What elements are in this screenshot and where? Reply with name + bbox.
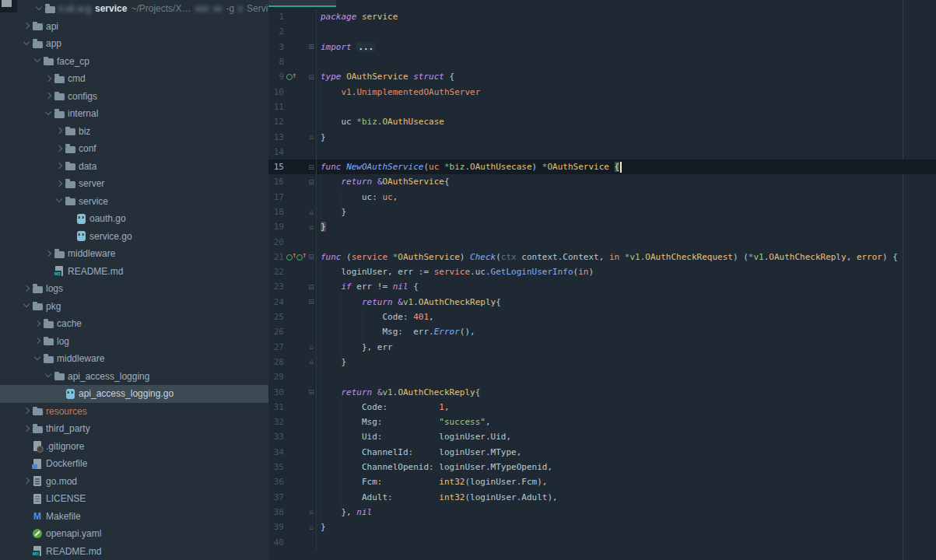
fold-toggle-icon[interactable]: ⊟ bbox=[307, 283, 316, 291]
tree-item-app[interactable]: app bbox=[0, 35, 268, 53]
code-editor[interactable]: 1package service23⊞import ...89⊟type OAu… bbox=[268, 0, 936, 560]
code-text[interactable]: Code: 1, bbox=[316, 400, 936, 415]
code-text[interactable]: Msg: err.Error(), bbox=[316, 324, 936, 339]
code-line-39[interactable]: 39⌂} bbox=[268, 520, 936, 534]
tree-item-third-party[interactable]: third_party bbox=[0, 420, 268, 438]
code-text[interactable]: ChannelOpenid: loginUser.MTypeOpenid, bbox=[316, 460, 936, 474]
tree-item-pkg[interactable]: pkg bbox=[0, 298, 268, 316]
fold-toggle-icon[interactable]: ⊟ bbox=[307, 253, 316, 261]
tree-item-log[interactable]: log bbox=[0, 333, 268, 351]
code-text[interactable]: }, nil bbox=[316, 505, 936, 520]
tree-item-api[interactable]: api bbox=[0, 18, 268, 36]
code-text[interactable]: } bbox=[316, 219, 936, 234]
tree-item-middleware[interactable]: middleware bbox=[0, 245, 268, 263]
code-line-32[interactable]: 32 Msg: "success", bbox=[268, 415, 936, 429]
tree-item-dockerfile[interactable]: Dockerfile bbox=[0, 455, 268, 473]
implements-interface-icon[interactable] bbox=[296, 252, 306, 261]
code-text[interactable]: }, err bbox=[316, 340, 936, 355]
fold-toggle-icon[interactable]: ⊟ bbox=[307, 388, 316, 396]
code-line-20[interactable]: 20 bbox=[268, 234, 936, 249]
code-text[interactable]: v1.UnimplementedOAuthServer bbox=[316, 84, 936, 99]
code-text[interactable] bbox=[316, 534, 936, 549]
tree-item-service-go[interactable]: service.go bbox=[0, 228, 268, 246]
editor-tab-indicator[interactable] bbox=[268, 0, 336, 7]
chevron-right-icon[interactable] bbox=[33, 319, 43, 329]
code-text[interactable] bbox=[316, 145, 936, 159]
chevron-right-icon[interactable] bbox=[33, 336, 43, 346]
tree-item-makefile[interactable]: MMakefile bbox=[0, 508, 268, 526]
code-line-23[interactable]: 23⊟ if err != nil { bbox=[268, 279, 936, 294]
tree-item-conf[interactable]: conf bbox=[0, 140, 268, 158]
code-line-33[interactable]: 33 Uid: loginUser.Uid, bbox=[268, 429, 936, 444]
chevron-right-icon[interactable] bbox=[22, 284, 32, 294]
code-line-1[interactable]: 1package service bbox=[268, 9, 936, 24]
code-line-29[interactable]: 29 bbox=[268, 369, 936, 384]
code-text[interactable]: } bbox=[316, 205, 936, 219]
tree-item-internal[interactable]: internal bbox=[0, 105, 268, 123]
fold-end-icon[interactable]: ⌂ bbox=[307, 343, 316, 351]
code-text[interactable]: } bbox=[316, 355, 936, 369]
tree-item-resources[interactable]: resources bbox=[0, 403, 268, 421]
fold-toggle-icon[interactable]: ⊟ bbox=[307, 298, 316, 306]
code-text[interactable]: func NewOAuthService(uc *biz.OAuthUsecas… bbox=[316, 159, 936, 174]
tree-item-logs[interactable]: logs bbox=[0, 280, 268, 298]
fold-end-icon[interactable]: ⌂ bbox=[307, 523, 316, 531]
chevron-right-icon[interactable] bbox=[22, 424, 32, 434]
fold-toggle-icon[interactable]: ⊟ bbox=[307, 178, 316, 186]
chevron-down-icon[interactable] bbox=[34, 4, 44, 14]
code-line-26[interactable]: 26 Msg: err.Error(), bbox=[268, 324, 936, 339]
code-line-28[interactable]: 28⌂ } bbox=[268, 355, 936, 369]
tree-item-face-cp[interactable]: face_cp bbox=[0, 53, 268, 71]
chevron-right-icon[interactable] bbox=[22, 476, 32, 486]
code-text[interactable]: import ... bbox=[316, 40, 936, 54]
code-line-34[interactable]: 34 ChannelId: loginUser.MType, bbox=[268, 445, 936, 460]
code-line-40[interactable]: 40 bbox=[268, 534, 936, 549]
code-text[interactable]: Fcm: int32(loginUser.Fcm), bbox=[316, 474, 936, 489]
code-line-22[interactable]: 22 loginUser, err := service.uc.GetLogin… bbox=[268, 264, 936, 279]
code-line-15[interactable]: 15⊟func NewOAuthService(uc *biz.OAuthUse… bbox=[268, 159, 936, 174]
code-line-27[interactable]: 27⌂ }, err bbox=[268, 340, 936, 355]
code-text[interactable]: uc: uc, bbox=[316, 190, 936, 205]
code-text[interactable]: type OAuthService struct { bbox=[316, 69, 936, 84]
fold-end-icon[interactable]: ⌂ bbox=[307, 358, 316, 366]
tree-item-cmd[interactable]: cmd bbox=[0, 70, 268, 88]
tree-item-oauth-go[interactable]: oauth.go bbox=[0, 210, 268, 228]
code-line-30[interactable]: 30⊟ return &v1.OAuthCheckReply{ bbox=[268, 384, 936, 399]
fold-end-icon[interactable]: ⌂ bbox=[307, 223, 316, 231]
chevron-right-icon[interactable] bbox=[54, 161, 65, 171]
fold-end-icon[interactable]: ⌂ bbox=[307, 508, 316, 516]
code-text[interactable]: loginUser, err := service.uc.GetLoginUse… bbox=[316, 264, 936, 279]
toolwindow-icon[interactable] bbox=[0, 0, 17, 12]
code-text[interactable]: Uid: loginUser.Uid, bbox=[316, 429, 936, 444]
code-text[interactable] bbox=[316, 100, 936, 114]
tree-item-project-root[interactable]: x.sk.a-gservice~/Projects/X…xxxxx-gxServ… bbox=[0, 0, 268, 18]
code-text[interactable] bbox=[316, 24, 936, 39]
code-text[interactable]: } bbox=[316, 520, 936, 534]
chevron-right-icon[interactable] bbox=[54, 126, 65, 136]
code-text[interactable]: return &OAuthService{ bbox=[316, 174, 936, 189]
code-line-36[interactable]: 36 Fcm: int32(loginUser.Fcm), bbox=[268, 474, 936, 489]
code-line-17[interactable]: 17 uc: uc, bbox=[268, 190, 936, 205]
code-line-25[interactable]: 25 Code: 401, bbox=[268, 310, 936, 324]
code-line-11[interactable]: 11 bbox=[268, 100, 936, 114]
implements-interface-icon[interactable] bbox=[286, 72, 296, 82]
fold-end-icon[interactable]: ⌂ bbox=[307, 133, 316, 141]
code-text[interactable]: return &v1.OAuthCheckReply{ bbox=[316, 295, 936, 310]
fold-end-icon[interactable]: ⌂ bbox=[307, 208, 316, 216]
chevron-down-icon[interactable] bbox=[44, 371, 54, 381]
code-line-14[interactable]: 14 bbox=[268, 145, 936, 159]
fold-toggle-icon[interactable]: ⊟ bbox=[307, 73, 316, 81]
tree-item-server[interactable]: server bbox=[0, 175, 268, 193]
code-line-9[interactable]: 9⊟type OAuthService struct { bbox=[268, 69, 936, 84]
code-text[interactable] bbox=[316, 54, 936, 69]
implements-interface-icon[interactable] bbox=[286, 252, 296, 261]
fold-toggle-icon[interactable]: ⊟ bbox=[307, 163, 316, 171]
code-line-2[interactable]: 2 bbox=[268, 24, 936, 39]
code-text[interactable]: func (service *OAuthService) Check(ctx c… bbox=[316, 250, 936, 264]
chevron-right-icon[interactable] bbox=[22, 21, 32, 31]
code-text[interactable]: } bbox=[316, 129, 936, 144]
tree-item-go-mod[interactable]: go.mod bbox=[0, 473, 268, 491]
chevron-down-icon[interactable] bbox=[44, 109, 54, 119]
code-text[interactable]: Adult: int32(loginUser.Adult), bbox=[316, 490, 936, 505]
tree-item-cache[interactable]: cache bbox=[0, 315, 268, 333]
